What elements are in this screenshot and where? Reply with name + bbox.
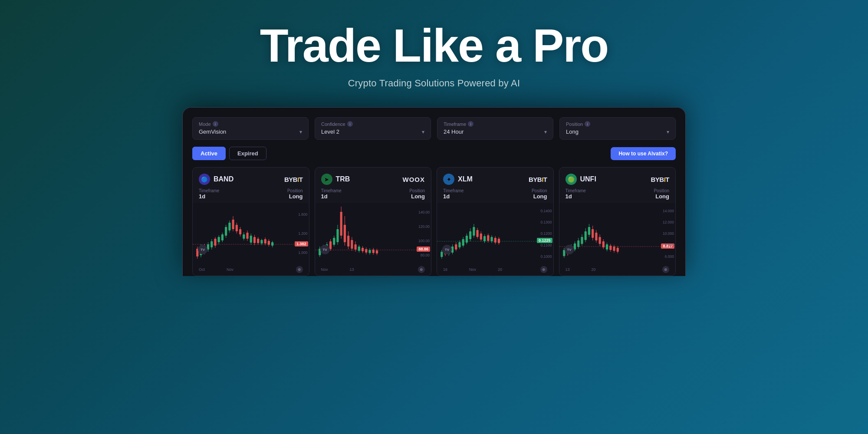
svg-rect-138 bbox=[462, 239, 464, 246]
trb-position-value: Long bbox=[409, 193, 425, 200]
confidence-filter[interactable]: Confidence i Level 2 ▾ bbox=[315, 117, 431, 140]
band-timeframe-value: 1d bbox=[199, 193, 219, 200]
hero-title: Trade Like a Pro bbox=[260, 21, 608, 70]
band-position-label: Position bbox=[287, 188, 303, 193]
tabs-row: Active Expired How to use Alvatix? bbox=[192, 147, 676, 160]
mode-select[interactable]: GemVision ▾ bbox=[199, 128, 302, 135]
svg-rect-184 bbox=[577, 240, 579, 247]
timeframe-select[interactable]: 24 Hour ▾ bbox=[444, 128, 547, 135]
xlm-timeframe-label: Timeframe bbox=[443, 188, 464, 193]
trb-coin-name: TRB bbox=[336, 175, 350, 183]
svg-rect-153 bbox=[480, 233, 482, 240]
trb-y4: 80.00 bbox=[418, 253, 430, 257]
xlm-date-2: Nov bbox=[469, 267, 476, 272]
confidence-label: Confidence i bbox=[321, 121, 424, 127]
dashboard-screen: Mode i GemVision ▾ Confidence i Level 2 … bbox=[182, 107, 686, 276]
confidence-select[interactable]: Level 2 ▾ bbox=[321, 128, 424, 135]
trb-y-labels: 140.00 120.00 100.00 80.00 bbox=[418, 203, 430, 264]
xlm-timeframe-meta: Timeframe 1d bbox=[443, 188, 464, 200]
xlm-chart-svg bbox=[437, 203, 553, 264]
mode-chevron-icon: ▾ bbox=[299, 129, 302, 135]
svg-rect-16 bbox=[214, 239, 216, 246]
svg-rect-187 bbox=[581, 237, 583, 244]
unfi-timeframe-meta: Timeframe 1d bbox=[566, 188, 586, 200]
dashboard-content: Mode i GemVision ▾ Confidence i Level 2 … bbox=[183, 108, 685, 276]
band-position-meta: Position Long bbox=[287, 188, 303, 200]
xlm-date-3: 20 bbox=[498, 267, 502, 272]
xlm-chart-dates: 16 Nov 20 bbox=[443, 267, 502, 272]
xlm-date-1: 16 bbox=[443, 267, 447, 272]
trb-y3: 100.00 bbox=[418, 239, 430, 243]
svg-rect-34 bbox=[236, 225, 238, 231]
svg-rect-43 bbox=[246, 233, 248, 239]
band-y2: 1.200 bbox=[298, 231, 307, 236]
svg-rect-49 bbox=[253, 237, 256, 243]
svg-rect-80 bbox=[333, 238, 335, 245]
svg-rect-31 bbox=[232, 220, 234, 229]
svg-rect-199 bbox=[595, 233, 597, 240]
timeframe-value: 24 Hour bbox=[444, 128, 464, 135]
xlm-y5: 0.1000 bbox=[541, 254, 552, 259]
unfi-y5: 6.000 bbox=[663, 254, 674, 259]
trb-chart-area: 88.86 140.00 120.00 100.00 80.00 TV bbox=[315, 203, 431, 264]
unfi-exchange-logo: BYBIT bbox=[651, 176, 669, 183]
position-info-icon: i bbox=[585, 121, 590, 127]
band-y3: 1.000 bbox=[298, 250, 307, 255]
band-coin-info: 🔵 BAND bbox=[199, 174, 233, 185]
svg-rect-202 bbox=[598, 237, 601, 244]
svg-rect-150 bbox=[477, 230, 479, 237]
unfi-card: 🟢 UNFI BYBIT Timeframe 1d Position Long bbox=[559, 167, 676, 276]
trb-timeframe-value: 1d bbox=[321, 193, 342, 200]
xlm-card-header: ✦ XLM BYBIT bbox=[437, 168, 553, 188]
trb-timeframe-meta: Timeframe 1d bbox=[321, 188, 342, 200]
unfi-timeframe-value: 1d bbox=[566, 193, 586, 200]
band-chart-dates: Oct Nov bbox=[199, 267, 233, 272]
trb-chart-footer: Nov 13 ⊕ bbox=[315, 264, 431, 276]
unfi-chart-dates: 13 20 bbox=[566, 267, 596, 272]
unfi-zoom-icon[interactable]: ⊕ bbox=[662, 266, 669, 273]
svg-rect-147 bbox=[473, 227, 475, 236]
xlm-chart-footer: 16 Nov 20 ⊕ bbox=[437, 264, 553, 276]
trb-card-meta: Timeframe 1d Position Long bbox=[315, 188, 431, 203]
mode-filter[interactable]: Mode i GemVision ▾ bbox=[192, 117, 309, 140]
active-tab[interactable]: Active bbox=[192, 147, 226, 160]
svg-rect-28 bbox=[228, 223, 230, 230]
band-position-value: Long bbox=[287, 193, 303, 200]
position-select[interactable]: Long ▾ bbox=[566, 128, 669, 135]
unfi-y-labels: 14.000 12.000 10.000 8.000 6.000 bbox=[663, 203, 674, 264]
svg-rect-46 bbox=[250, 236, 252, 243]
svg-rect-144 bbox=[469, 231, 471, 239]
position-filter[interactable]: Position i Long ▾ bbox=[559, 117, 676, 140]
band-chart-svg bbox=[193, 203, 309, 264]
band-chart-footer: Oct Nov ⊕ bbox=[193, 264, 309, 276]
band-timeframe-label: Timeframe bbox=[199, 188, 219, 193]
filter-row: Mode i GemVision ▾ Confidence i Level 2 … bbox=[192, 117, 676, 140]
band-date-1: Oct bbox=[199, 267, 205, 272]
expired-tab[interactable]: Expired bbox=[229, 147, 266, 160]
unfi-card-header: 🟢 UNFI BYBIT bbox=[559, 168, 676, 188]
unfi-y4: 8.000 bbox=[663, 243, 674, 247]
confidence-chevron-icon: ▾ bbox=[422, 129, 424, 135]
hero-subtitle: Crypto Trading Solutions Powered by AI bbox=[260, 78, 608, 89]
trb-zoom-icon[interactable]: ⊕ bbox=[418, 266, 425, 273]
unfi-coin-name: UNFI bbox=[580, 175, 596, 183]
trb-y2: 120.00 bbox=[418, 224, 430, 229]
xlm-zoom-icon[interactable]: ⊕ bbox=[540, 266, 547, 273]
svg-rect-86 bbox=[340, 212, 342, 236]
tab-group: Active Expired bbox=[192, 147, 266, 160]
band-date-2: Nov bbox=[227, 267, 233, 272]
position-value: Long bbox=[566, 128, 579, 135]
xlm-y-labels: 0.1400 0.1300 0.1200 0.1100 0.1000 bbox=[541, 203, 552, 264]
mode-value: GemVision bbox=[199, 128, 226, 135]
xlm-y2: 0.1300 bbox=[541, 220, 552, 224]
band-coin-icon: 🔵 bbox=[199, 174, 210, 185]
unfi-y1: 14.000 bbox=[663, 209, 674, 213]
band-zoom-icon[interactable]: ⊕ bbox=[296, 266, 303, 273]
timeframe-filter[interactable]: Timeframe i 24 Hour ▾ bbox=[437, 117, 553, 140]
timeframe-label: Timeframe i bbox=[444, 121, 547, 127]
trb-y1: 140.00 bbox=[418, 210, 430, 214]
svg-rect-89 bbox=[343, 225, 345, 242]
xlm-y4: 0.1100 bbox=[541, 243, 552, 247]
how-to-button[interactable]: How to use Alvatix? bbox=[611, 147, 676, 160]
unfi-y3: 10.000 bbox=[663, 231, 674, 236]
